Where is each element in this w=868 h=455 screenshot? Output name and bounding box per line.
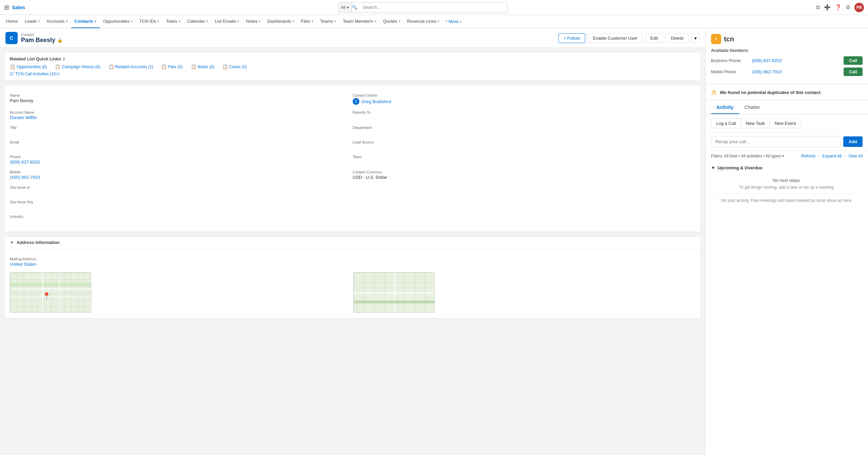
search-icon: 🔍 (352, 5, 360, 10)
chevron-down-icon: ▾ (157, 19, 159, 23)
upcoming-header[interactable]: ▼ Upcoming & Overdue (711, 165, 863, 170)
settings-icon[interactable]: ⚙ (846, 4, 850, 11)
recap-input[interactable] (711, 136, 841, 147)
notes-icon: 📋 (191, 64, 196, 69)
mobile-phone-value[interactable]: (435) 862-7910 (752, 69, 844, 74)
tab-tcn-ids[interactable]: TCN IDs ▾ (136, 15, 163, 28)
field-jira-issue-id: Jira Issue id ✏ (10, 183, 353, 197)
field-department: Department ✏ (353, 123, 695, 137)
search-input[interactable] (360, 5, 507, 10)
chevron-down-icon: ▾ (131, 19, 133, 23)
search-scope[interactable]: All ▾ (338, 3, 352, 12)
tab-home[interactable]: Home (3, 15, 21, 28)
app-name[interactable]: Sales (12, 4, 25, 10)
field-lead-source: Lead Source ✏ (353, 137, 695, 152)
field-mailing-address: Mailing Address United States ✏ (10, 254, 695, 269)
record-type-icon: C (5, 32, 18, 44)
tab-chatter[interactable]: Chatter (739, 100, 766, 114)
recap-row: Add (706, 133, 868, 151)
quick-link-cases[interactable]: 📋 Cases (0) (222, 64, 247, 69)
activity-tabs: Activity Chatter (706, 100, 868, 114)
nav-left: ⊞ Sales (4, 4, 29, 11)
map-pin-icon: 📍 (42, 292, 51, 300)
view-all-link[interactable]: View All (848, 154, 863, 158)
add-button[interactable]: Add (843, 136, 863, 147)
tab-calendar[interactable]: Calendar ▾ (184, 15, 212, 28)
details-section: Name Pam Beesly ✏ Contact Owner G Greg B… (4, 85, 701, 232)
tab-quotes[interactable]: Quotes ▾ (380, 15, 404, 28)
mailing-address-label: Mailing Address (10, 257, 691, 261)
refresh-link[interactable]: Refresh (801, 154, 815, 158)
expand-all-link[interactable]: Expand All (822, 154, 842, 158)
tab-activity[interactable]: Activity (711, 100, 739, 114)
chevron-down-icon: ▾ (237, 19, 239, 23)
tab-tasks[interactable]: Tasks ▾ (162, 15, 183, 28)
new-task-button[interactable]: New Task (741, 118, 770, 128)
mobile-call-button[interactable]: Call (844, 68, 863, 76)
tab-revenue-lines[interactable]: Revenue Lines ▾ (404, 15, 443, 28)
duplicate-alert: ⚠ We found no potential duplicates of th… (706, 84, 868, 100)
search-bar[interactable]: All ▾ 🔍 (338, 2, 508, 13)
edit-button[interactable]: Edit (645, 33, 663, 43)
filter-icon[interactable]: ▼ (781, 154, 785, 158)
business-phone-value[interactable]: (609) 837-8202 (752, 58, 844, 63)
add-icon[interactable]: ➕ (824, 4, 831, 11)
quick-link-tcn-call[interactable]: ☑ TCN Call Activities (10+) (10, 71, 695, 76)
tab-notes[interactable]: Notes ▾ (242, 15, 264, 28)
jira-issue-id-label: Jira Issue id (10, 185, 349, 189)
field-team: Team ✏ (353, 152, 695, 167)
quick-link-campaign-history[interactable]: 📋 Campaign History (0) (55, 64, 100, 69)
tab-opportunities[interactable]: Opportunities ▾ (100, 15, 136, 28)
tab-teams[interactable]: Teams ▾ (317, 15, 339, 28)
quick-link-opportunities[interactable]: 📋 Opportunities (0) (10, 64, 47, 69)
tab-files[interactable]: Files ▾ (297, 15, 316, 28)
field-contact-currency: Contact Currency USD - U.S. Dollar ✏ (353, 167, 695, 183)
quick-links-row: 📋 Opportunities (0) 📋 Campaign History (… (10, 64, 695, 76)
enable-customer-user-button[interactable]: Enable Customer User (588, 33, 643, 43)
no-past-activity-message: No past activity. Past meetings and task… (711, 194, 863, 207)
tab-leads[interactable]: Leads ▾ (21, 15, 43, 28)
jira-issue-key-label: Jira Issue Key (10, 200, 349, 204)
department-label: Department (353, 126, 691, 130)
chevron-down-icon: ▾ (460, 20, 461, 24)
more-actions-dropdown[interactable]: ▾ (691, 33, 700, 43)
tab-more[interactable]: * More ▾ (443, 19, 464, 24)
quick-link-files[interactable]: 📋 Files (0) (161, 64, 182, 69)
quick-link-related-accounts[interactable]: 📋 Related Accounts (1) (108, 64, 153, 69)
chevron-down-icon: ▾ (312, 19, 313, 23)
map-placeholder: 📍 (10, 272, 91, 313)
user-avatar[interactable]: PB (854, 3, 864, 12)
tab-contacts[interactable]: Contacts ▾ (71, 15, 100, 28)
app-grid-icon[interactable]: ⊞ (4, 4, 9, 11)
phone-label: Phone (10, 155, 349, 159)
follow-button[interactable]: + Follow (558, 33, 585, 43)
address-content: Mailing Address United States ✏ (4, 249, 701, 318)
delete-button[interactable]: Delete (666, 33, 689, 43)
related-accounts-icon: 📋 (108, 64, 114, 69)
tab-accounts[interactable]: Accounts ▾ (43, 15, 71, 28)
mobile-value[interactable]: (435) 862-7910 (10, 175, 40, 180)
no-steps-message: No next steps. (711, 174, 863, 185)
quick-link-notes[interactable]: 📋 Notes (0) (191, 64, 214, 69)
account-name-value[interactable]: Dunder Mifflin (10, 115, 37, 120)
tab-team-members[interactable]: Team Members ▾ (339, 15, 380, 28)
tab-list-emails[interactable]: List Emails ▾ (211, 15, 242, 28)
chevron-down-icon: ▼ (10, 240, 14, 245)
address-section-header[interactable]: ▼ Address Information (4, 236, 701, 249)
new-event-button[interactable]: New Event (770, 118, 801, 128)
help-icon[interactable]: ❓ (835, 4, 842, 11)
tab-dashboards[interactable]: Dashboards ▾ (264, 15, 297, 28)
opportunities-icon: 📋 (10, 64, 15, 69)
chevron-down-icon: ▾ (334, 19, 336, 23)
phone-value[interactable]: (609) 837-8202 (10, 159, 40, 165)
chevron-down-icon: ▾ (206, 19, 208, 23)
business-call-button[interactable]: Call (844, 56, 863, 65)
header-right: + Follow Enable Customer User Edit Delet… (558, 33, 700, 43)
chevron-down-icon: ▾ (66, 19, 68, 23)
multi-window-icon[interactable]: ⧉ (816, 4, 820, 11)
field-contact-owner: Contact Owner G Greg Brailsford ✏ (353, 91, 695, 108)
mailing-address-value[interactable]: United States (10, 262, 36, 267)
contact-owner-label: Contact Owner (353, 93, 691, 97)
chevron-down-icon: ▾ (347, 5, 349, 10)
log-call-button[interactable]: Log a Call (711, 118, 741, 128)
